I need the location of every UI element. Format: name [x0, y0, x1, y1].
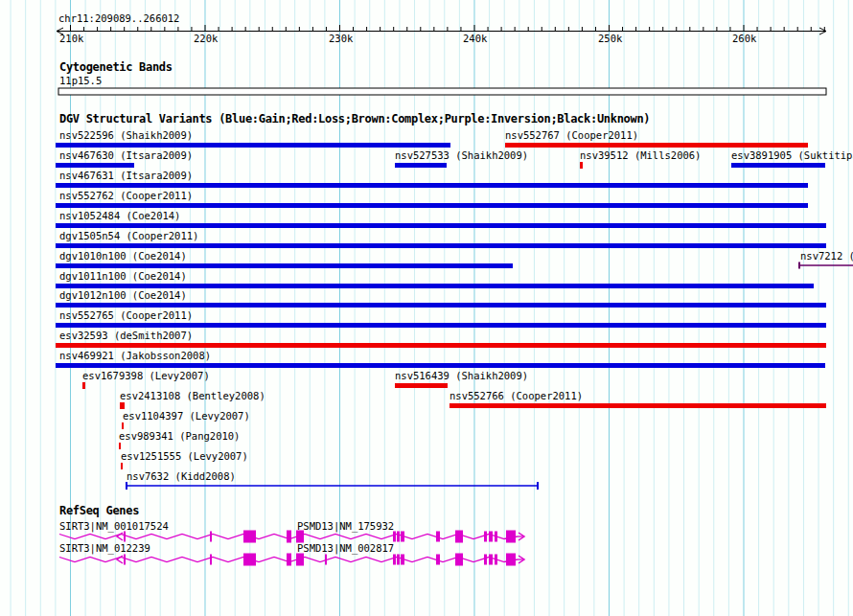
gene-exon[interactable] — [401, 532, 404, 542]
gene-exon[interactable] — [393, 555, 396, 565]
variant-label-dgv1012n100: dgv1012n100 (Coe2014) — [59, 290, 187, 301]
variant-bar-nsv527533[interactable] — [395, 163, 447, 168]
gene-exon[interactable] — [325, 555, 327, 565]
gene-exon[interactable] — [489, 532, 493, 542]
variant-tick-nsv39512[interactable] — [580, 162, 583, 169]
variant-tick-esv1104397[interactable] — [122, 422, 124, 429]
gene-exon[interactable] — [484, 555, 487, 565]
gene-exon[interactable] — [296, 554, 304, 566]
variant-label-nsv469921: nsv469921 (Jakobsson2008) — [59, 351, 211, 361]
variant-bar-esv32593[interactable] — [56, 343, 826, 348]
gene-exon[interactable] — [243, 531, 256, 543]
variant-bar-nsv552767[interactable] — [505, 143, 808, 148]
variant-bar-dgv1505n54[interactable] — [56, 243, 826, 248]
gene-exon[interactable] — [287, 531, 291, 543]
cytogenetic-band-name: 11p15.5 — [59, 76, 102, 86]
variant-bar-nsv516439[interactable] — [395, 383, 448, 388]
variant-label-nsv467631: nsv467631 (Itsara2009) — [59, 171, 193, 181]
ruler-tick-label: 230k — [329, 34, 353, 44]
gene-exon[interactable] — [455, 554, 463, 566]
variant-tick-esv2413108[interactable] — [120, 402, 125, 409]
ruler-tick-label: 250k — [598, 34, 622, 44]
variant-tick-esv1679398[interactable] — [82, 382, 85, 389]
variant-label-esv1251555: esv1251555 (Levy2007) — [121, 451, 248, 462]
gene-transcript-label: PSMD13|NM_002817 — [297, 543, 394, 554]
gene-exon[interactable] — [210, 555, 212, 565]
variant-label-dgv1010n100: dgv1010n100 (Coe2014) — [59, 251, 187, 262]
variant-bar-dgv1010n100[interactable] — [56, 263, 513, 268]
variant-label-nsv7212: nsv7212 (K — [800, 251, 853, 262]
gene-exon[interactable] — [436, 532, 440, 542]
gene-left-arrow-icon — [117, 556, 123, 563]
gene-exon[interactable] — [397, 555, 400, 565]
gene-left-arrow-icon — [117, 533, 123, 540]
ruler-tick-label: 210k — [59, 34, 83, 44]
variant-label-nsv522596: nsv522596 (Shaikh2009) — [59, 130, 193, 141]
gene-exon[interactable] — [495, 555, 497, 565]
variant-label-nsv7632: nsv7632 (Kidd2008) — [127, 471, 236, 482]
refseq-genes-title: RefSeq Genes — [59, 506, 139, 516]
variant-bar-nsv522596[interactable] — [56, 143, 450, 148]
variant-bar-nsv467630[interactable] — [56, 163, 134, 168]
gene-exon[interactable] — [210, 532, 212, 542]
variant-label-esv989341: esv989341 (Pang2010) — [119, 431, 240, 442]
variant-label-esv3891905: esv3891905 (Suktitipat — [731, 150, 853, 161]
variant-label-esv2413108: esv2413108 (Bentley2008) — [120, 391, 265, 401]
genome-browser-view: chr11:209089..266012 Cytogenetic Bands 1… — [0, 0, 853, 616]
dgv-structural-variants-title: DGV Structural Variants (Blue:Gain;Red:L… — [59, 114, 650, 125]
variant-bar-nsv467631[interactable] — [56, 183, 808, 188]
variant-bar-dgv1011n100[interactable] — [56, 284, 814, 288]
variant-label-nsv527533: nsv527533 (Shaikh2009) — [395, 150, 528, 161]
variant-label-esv1679398: esv1679398 (Levy2007) — [82, 371, 210, 381]
variant-tick-esv989341[interactable] — [119, 443, 121, 449]
gene-exon[interactable] — [243, 554, 256, 566]
variant-bar-dgv1012n100[interactable] — [56, 303, 826, 308]
gene-exon[interactable] — [506, 554, 516, 566]
variant-bar-nsv1052484[interactable] — [56, 223, 826, 228]
gene-transcript-label: PSMD13|NM_175932 — [297, 521, 394, 532]
gene-exon[interactable] — [495, 532, 497, 542]
cytogenetic-band[interactable] — [58, 88, 826, 95]
gene-transcript-label: SIRT3|NM_012239 — [59, 543, 150, 554]
cytogenetic-bands-title: Cytogenetic Bands — [59, 62, 173, 73]
variant-label-nsv516439: nsv516439 (Shaikh2009) — [395, 371, 528, 381]
variant-label-nsv39512: nsv39512 (Mills2006) — [580, 150, 701, 161]
variant-label-dgv1505n54: dgv1505n54 (Cooper2011) — [59, 231, 198, 241]
variant-label-nsv1052484: nsv1052484 (Coe2014) — [59, 211, 180, 221]
gene-exon[interactable] — [506, 531, 516, 543]
gene-transcript-label: SIRT3|NM_001017524 — [59, 521, 169, 532]
variant-label-nsv552766: nsv552766 (Cooper2011) — [450, 391, 583, 401]
gene-exon[interactable] — [397, 532, 400, 542]
gene-exon[interactable] — [489, 555, 493, 565]
variant-tick-esv1251555[interactable] — [121, 463, 123, 469]
variant-bar-nsv469921[interactable] — [56, 363, 825, 368]
gene-exon[interactable] — [393, 532, 396, 542]
ruler-tick-label: 240k — [463, 34, 487, 44]
ruler-tick-label: 220k — [194, 34, 218, 44]
variant-bar-nsv552762[interactable] — [56, 203, 808, 208]
ruler-tick-label: 260k — [732, 34, 756, 44]
variant-bar-esv3891905[interactable] — [731, 163, 825, 168]
gene-exon[interactable] — [124, 555, 126, 565]
gene-exon[interactable] — [401, 555, 404, 565]
gene-exon[interactable] — [287, 554, 291, 566]
gene-exon[interactable] — [296, 531, 304, 543]
variant-bar-nsv552766[interactable] — [450, 403, 826, 408]
variant-label-nsv467630: nsv467630 (Itsara2009) — [59, 150, 193, 161]
variant-label-esv32593: esv32593 (deSmith2007) — [59, 331, 193, 341]
variant-label-dgv1011n100: dgv1011n100 (Coe2014) — [59, 271, 187, 282]
variant-label-nsv552767: nsv552767 (Cooper2011) — [505, 130, 638, 141]
variant-label-nsv552762: nsv552762 (Cooper2011) — [59, 191, 193, 201]
gene-exon[interactable] — [455, 531, 463, 543]
gene-exon[interactable] — [436, 555, 440, 565]
region-coordinates: chr11:209089..266012 — [58, 13, 179, 24]
gene-exon[interactable] — [484, 532, 487, 542]
gene-exon[interactable] — [124, 532, 126, 542]
variant-bar-nsv552765[interactable] — [56, 323, 826, 328]
variant-label-nsv552765: nsv552765 (Cooper2011) — [59, 310, 193, 321]
variant-label-esv1104397: esv1104397 (Levy2007) — [123, 411, 250, 422]
